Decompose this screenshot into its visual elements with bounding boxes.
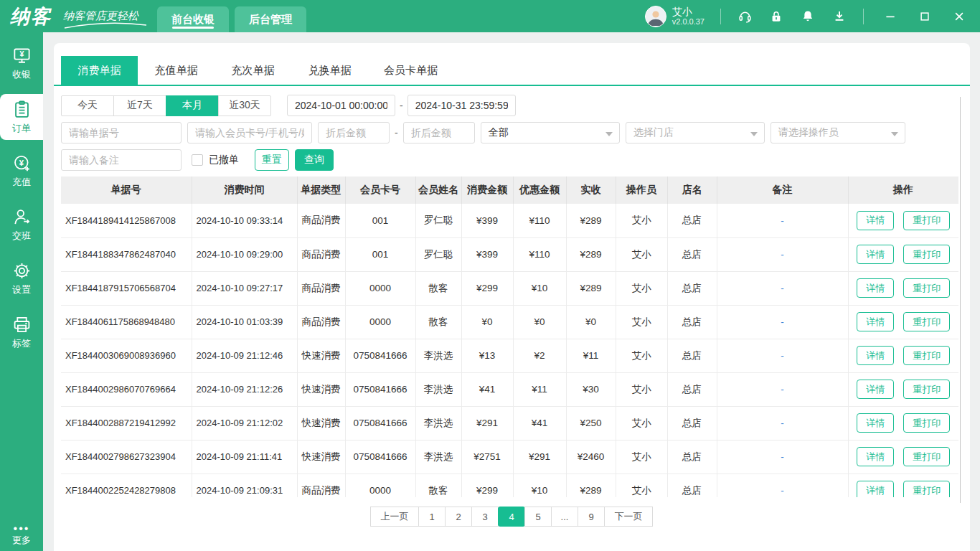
cell-actions: 详情 重打印 bbox=[848, 372, 958, 406]
page-button[interactable]: 3 bbox=[471, 507, 499, 527]
cell-store: 总店 bbox=[667, 339, 717, 372]
remark-input[interactable] bbox=[61, 149, 182, 171]
revoked-checkbox[interactable] bbox=[192, 154, 203, 166]
member-search-input[interactable] bbox=[187, 122, 312, 143]
tab-member-card-orders[interactable]: 会员卡单据 bbox=[368, 56, 453, 85]
table-row: XF1844002986070769664 2024-10-09 21:12:2… bbox=[61, 372, 958, 406]
reset-button[interactable]: 重置 bbox=[255, 149, 289, 171]
detail-button[interactable]: 详情 bbox=[857, 346, 894, 365]
nav-tab-backend[interactable]: 后台管理 bbox=[235, 6, 306, 32]
page-button[interactable]: 5 bbox=[524, 507, 552, 527]
reprint-button[interactable]: 重打印 bbox=[903, 312, 950, 331]
date-from-input[interactable] bbox=[287, 95, 395, 116]
sidebar-item-recharge[interactable]: ¥ 充值 bbox=[0, 148, 43, 194]
sidebar-item-orders[interactable]: 订单 bbox=[0, 94, 43, 140]
reprint-button[interactable]: 重打印 bbox=[903, 245, 950, 264]
range-30days-button[interactable]: 近30天 bbox=[218, 95, 271, 116]
cell-operator: 艾小 bbox=[616, 406, 667, 440]
cell-consume-time: 2024-10-09 21:11:41 bbox=[192, 440, 297, 474]
detail-button[interactable]: 详情 bbox=[857, 278, 894, 298]
reprint-button[interactable]: 重打印 bbox=[903, 413, 950, 433]
chevron-down-icon bbox=[891, 132, 898, 136]
reprint-button[interactable]: 重打印 bbox=[903, 211, 950, 230]
cell-discount-amount: ¥0 bbox=[513, 305, 566, 339]
page-button[interactable]: 2 bbox=[445, 507, 472, 527]
page-button[interactable]: 4 bbox=[498, 507, 525, 527]
service-icon[interactable] bbox=[737, 9, 753, 24]
chevron-down-icon bbox=[750, 132, 758, 136]
prev-page-button[interactable]: 上一页 bbox=[370, 507, 419, 527]
detail-button[interactable]: 详情 bbox=[857, 211, 894, 230]
tab-recharge-orders[interactable]: 充值单据 bbox=[138, 56, 215, 85]
search-button[interactable]: 查询 bbox=[295, 149, 334, 171]
page-button[interactable]: 1 bbox=[418, 507, 446, 527]
bell-icon[interactable] bbox=[800, 9, 816, 24]
tab-label: 消费单据 bbox=[78, 64, 121, 77]
range-this-month-button[interactable]: 本月 bbox=[166, 95, 219, 116]
reprint-button[interactable]: 重打印 bbox=[903, 380, 950, 399]
user-box[interactable]: 艾小 v2.0.0.37 bbox=[645, 6, 705, 27]
cell-actions: 详情 重打印 bbox=[848, 474, 958, 497]
close-icon[interactable] bbox=[951, 9, 967, 24]
cell-remark: - bbox=[717, 372, 848, 406]
maximize-icon[interactable] bbox=[917, 9, 933, 24]
reprint-button[interactable]: 重打印 bbox=[903, 447, 950, 466]
sidebar-item-settings[interactable]: 设置 bbox=[0, 255, 43, 301]
select-placeholder: 选择门店 bbox=[633, 126, 674, 139]
cell-consume-amount: ¥399 bbox=[461, 237, 513, 271]
tab-exchange-orders[interactable]: 兑换单据 bbox=[291, 56, 368, 85]
detail-button[interactable]: 详情 bbox=[857, 245, 894, 264]
operator-select[interactable]: 请选择操作员 bbox=[771, 122, 905, 143]
cell-order-type: 商品消费 bbox=[297, 204, 345, 237]
range-today-button[interactable]: 今天 bbox=[61, 95, 114, 116]
page-button[interactable]: 9 bbox=[578, 507, 605, 527]
reprint-button[interactable]: 重打印 bbox=[903, 346, 950, 365]
sidebar-item-shift[interactable]: 交班 bbox=[0, 202, 43, 248]
amount-min-input[interactable] bbox=[318, 122, 390, 143]
order-type-select[interactable]: 全部 bbox=[481, 122, 620, 143]
sidebar-item-cashier[interactable]: ¥ 收银 bbox=[0, 40, 43, 86]
cell-actions: 详情 重打印 bbox=[848, 237, 958, 271]
sidebar-item-more[interactable]: ••• 更多 bbox=[0, 525, 43, 547]
detail-button[interactable]: 详情 bbox=[857, 447, 894, 466]
page-button[interactable]: ... bbox=[551, 507, 578, 527]
minimize-icon[interactable] bbox=[882, 9, 898, 24]
more-dots-icon: ••• bbox=[14, 525, 30, 532]
sidebar-item-label-print[interactable]: 标签 bbox=[0, 309, 43, 355]
cell-store: 总店 bbox=[667, 406, 717, 440]
cell-order-type: 商品消费 bbox=[297, 474, 345, 497]
nav-tab-label: 后台管理 bbox=[249, 13, 292, 27]
date-to-input[interactable] bbox=[407, 95, 516, 116]
cell-discount-amount: ¥2 bbox=[513, 339, 566, 372]
lock-icon[interactable] bbox=[768, 9, 784, 24]
cell-consume-amount: ¥0 bbox=[461, 305, 513, 339]
cell-remark: - bbox=[717, 305, 848, 339]
tab-times-orders[interactable]: 充次单据 bbox=[215, 56, 291, 85]
table-scrollbar[interactable] bbox=[960, 97, 961, 503]
range-7days-button[interactable]: 近7天 bbox=[113, 95, 166, 116]
brand: 纳客 纳客管店更轻松 bbox=[0, 4, 138, 29]
cell-actions: 详情 重打印 bbox=[848, 406, 958, 440]
detail-button[interactable]: 详情 bbox=[857, 481, 894, 497]
next-page-button[interactable]: 下一页 bbox=[604, 507, 653, 527]
column-header: 操作员 bbox=[616, 176, 667, 204]
detail-button[interactable]: 详情 bbox=[857, 380, 894, 399]
nav-tab-front-cashier[interactable]: 前台收银 bbox=[157, 6, 229, 32]
app-logo: 纳客 bbox=[10, 4, 52, 29]
reprint-button[interactable]: 重打印 bbox=[903, 481, 950, 497]
reprint-button[interactable]: 重打印 bbox=[903, 278, 950, 298]
column-header: 店名 bbox=[667, 176, 717, 204]
cell-discount-amount: ¥10 bbox=[513, 474, 566, 497]
detail-button[interactable]: 详情 bbox=[857, 312, 894, 331]
avatar[interactable] bbox=[645, 6, 666, 27]
cell-consume-amount: ¥291 bbox=[461, 406, 513, 440]
cell-order-type: 商品消费 bbox=[297, 237, 345, 271]
cell-operator: 艾小 bbox=[616, 204, 667, 237]
amount-max-input[interactable] bbox=[403, 122, 475, 143]
tab-consume-orders[interactable]: 消费单据 bbox=[61, 56, 138, 85]
detail-button[interactable]: 详情 bbox=[857, 413, 894, 433]
download-icon[interactable] bbox=[831, 9, 847, 24]
store-select[interactable]: 选择门店 bbox=[626, 122, 765, 143]
range-label: 今天 bbox=[77, 99, 98, 112]
order-no-input[interactable] bbox=[61, 122, 182, 143]
